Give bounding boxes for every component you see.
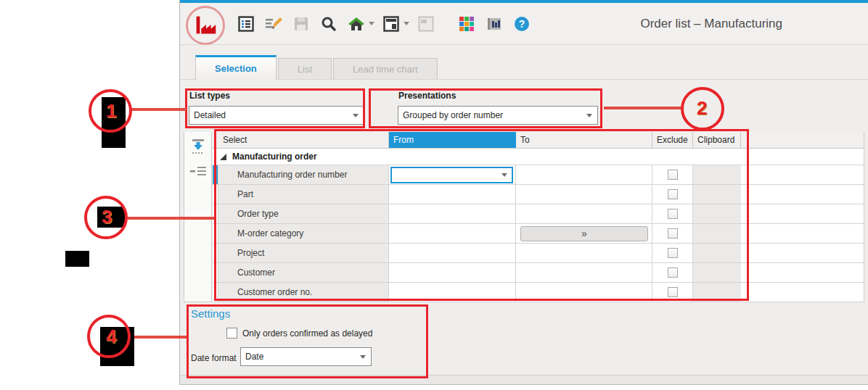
preview-icon-disabled: [415, 13, 437, 35]
tab-lead-time-chart[interactable]: Lead time chart: [333, 58, 438, 79]
color-grid-icon[interactable]: [456, 13, 478, 35]
search-icon[interactable]: [318, 13, 340, 35]
tab-selection[interactable]: Selection: [195, 55, 277, 80]
register-icon[interactable]: [235, 13, 257, 35]
save-icon[interactable]: [290, 13, 312, 35]
tab-selection-label: Selection: [215, 63, 257, 74]
remove-selection-row-icon[interactable]: [188, 161, 208, 181]
svg-text:?: ?: [519, 18, 525, 30]
screenshot-stage: ? Order list – Manufacturing Selection L…: [0, 0, 868, 390]
add-selection-row-icon[interactable]: [188, 136, 208, 157]
report-book-icon[interactable]: [483, 13, 505, 35]
layout-dropdown-caret[interactable]: [404, 22, 409, 25]
layout-icon[interactable]: [380, 13, 402, 35]
annotation-box-1: [185, 88, 365, 128]
annotation-box-3: [214, 129, 749, 301]
tab-list-label: List: [298, 64, 312, 75]
home-icon[interactable]: [345, 13, 367, 35]
annotation-number-3: 3: [102, 206, 112, 228]
annotation-line-4: [131, 336, 187, 339]
annotation-box-2: [369, 88, 602, 128]
help-icon[interactable]: ?: [511, 13, 533, 35]
tab-strip: Selection List Lead time chart: [180, 45, 868, 80]
annotation-number-2: 2: [697, 97, 707, 120]
tab-lead-time-chart-label: Lead time chart: [353, 64, 418, 75]
annotation-line-1: [131, 108, 187, 111]
annotation-number-4: 4: [106, 325, 116, 348]
redaction-block: [65, 251, 89, 267]
main-toolbar: ? Order list – Manufacturing: [180, 3, 868, 45]
annotation-line-2: [604, 107, 681, 109]
column-header-filler: [741, 132, 864, 148]
factory-logo: [186, 6, 225, 45]
annotation-line-3: [128, 217, 214, 220]
page-title: Order list – Manufacturing: [640, 17, 782, 31]
annotation-number-1: 1: [106, 100, 116, 123]
edit-list-icon[interactable]: [263, 13, 284, 35]
annotation-box-4: [187, 304, 428, 378]
factory-icon: [192, 12, 219, 39]
tab-list[interactable]: List: [278, 58, 332, 79]
home-dropdown-caret[interactable]: [369, 22, 374, 25]
